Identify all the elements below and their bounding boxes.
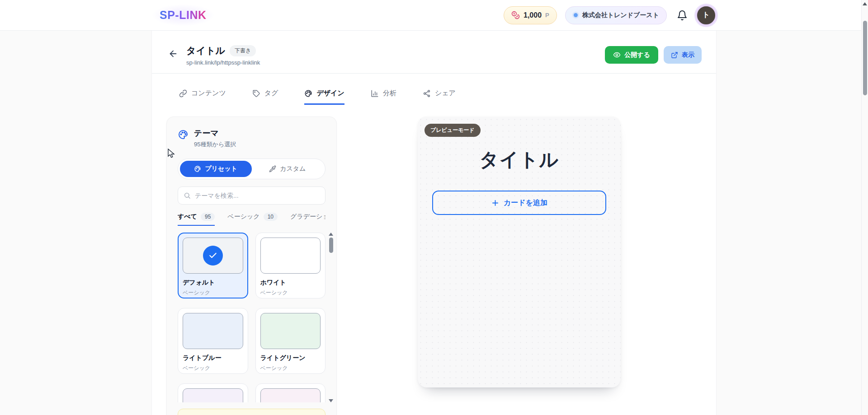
add-card-button[interactable]: カードを追加 <box>432 191 606 215</box>
points-value: 1,000 <box>524 11 542 19</box>
theme-category: ベーシック <box>183 364 243 372</box>
filter-tab-all[interactable]: すべて95 <box>178 213 215 226</box>
company-name: 株式会社トレンドブースト <box>582 11 659 19</box>
palette-icon <box>178 129 189 140</box>
filter-count: 10 <box>264 213 278 221</box>
content-column: タイトル 下書き sp-link.link/lp/httpssp-linklin… <box>151 31 717 415</box>
scrollbar-thumb[interactable] <box>329 238 333 253</box>
tab-share[interactable]: シェア <box>423 89 456 105</box>
tab-tags[interactable]: タグ <box>252 89 278 105</box>
theme-panel-title: テーマ <box>194 128 236 139</box>
filter-count: 95 <box>201 213 215 221</box>
scroll-down-arrow[interactable] <box>329 399 333 402</box>
theme-search-input[interactable] <box>195 192 320 199</box>
theme-card[interactable] <box>255 383 326 402</box>
palette-icon <box>304 89 312 98</box>
top-navbar: SP-LINK 1,000 P 株式会社トレンドブースト ト <box>0 0 868 31</box>
theme-name: ホワイト <box>260 279 321 287</box>
theme-panel: テーマ 95種類から選択 プリセットカスタム すべて95ベーシック10グラデーシ… <box>166 117 337 415</box>
preview-mode-badge: プレビューモード <box>425 124 481 137</box>
theme-grid-scrollbar[interactable] <box>328 233 334 402</box>
theme-filter-tabs: すべて95ベーシック10グラデーション <box>178 213 326 226</box>
toggle-custom[interactable]: カスタム <box>252 161 324 177</box>
theme-category: ベーシック <box>260 364 321 372</box>
theme-category: ベーシック <box>260 289 321 297</box>
notice-box <box>178 409 326 415</box>
page-url: sp-link.link/lp/httpssp-linklink <box>186 59 260 66</box>
page-title: タイトル <box>186 44 225 57</box>
app-logo[interactable]: SP-LINK <box>151 4 215 26</box>
theme-swatch <box>183 313 243 349</box>
theme-panel-subtitle: 95種類から選択 <box>194 140 236 149</box>
preset-custom-toggle: プリセットカスタム <box>178 159 326 179</box>
theme-card[interactable]: ホワイトベーシック <box>255 233 326 298</box>
theme-swatch <box>183 388 243 402</box>
theme-name: ライトグリーン <box>260 354 321 362</box>
share-icon <box>423 89 431 98</box>
points-unit: P <box>545 12 549 19</box>
tab-contents[interactable]: コンテンツ <box>179 89 226 105</box>
chart-icon <box>371 89 379 98</box>
theme-swatch <box>260 313 321 349</box>
link-icon <box>179 89 187 98</box>
tab-bar: コンテンツタグデザイン分析シェア <box>152 74 716 105</box>
filter-tab-basic[interactable]: ベーシック10 <box>227 213 278 226</box>
palette-icon <box>194 165 201 173</box>
eyedropper-icon <box>269 165 276 173</box>
page-header: タイトル 下書き sp-link.link/lp/httpssp-linklin… <box>152 31 716 74</box>
back-button[interactable] <box>166 47 180 61</box>
scroll-up-arrow[interactable] <box>329 233 333 236</box>
page-scrollbar-thumb[interactable] <box>863 21 867 95</box>
view-button[interactable]: 表示 <box>664 46 702 64</box>
page-scroll-up-arrow[interactable] <box>863 2 867 5</box>
theme-swatch <box>260 388 321 402</box>
company-badge[interactable]: 株式会社トレンドブースト <box>565 6 667 24</box>
theme-card[interactable] <box>178 383 248 402</box>
coins-icon <box>511 11 520 19</box>
theme-name: デフォルト <box>183 279 243 287</box>
theme-card[interactable]: ライトグリーンベーシック <box>255 308 326 374</box>
page-scrollbar[interactable] <box>861 0 868 415</box>
bell-icon <box>677 10 688 21</box>
back-arrow-icon <box>168 49 178 59</box>
theme-card[interactable]: デフォルトベーシック <box>178 233 248 298</box>
theme-swatch <box>183 238 243 274</box>
tab-design[interactable]: デザイン <box>304 89 344 105</box>
theme-card[interactable]: ライトブルーベーシック <box>178 308 248 374</box>
theme-name: ライトブルー <box>183 354 243 362</box>
external-link-icon <box>671 51 678 59</box>
selected-check-icon <box>203 246 223 266</box>
search-icon <box>184 192 191 199</box>
status-badge: 下書き <box>230 45 256 56</box>
notifications-button[interactable] <box>677 10 688 21</box>
filter-tab-gradation[interactable]: グラデーション <box>290 213 326 226</box>
theme-swatch <box>260 238 321 274</box>
theme-search[interactable] <box>178 187 326 205</box>
points-badge[interactable]: 1,000 P <box>504 6 557 24</box>
user-avatar[interactable]: ト <box>696 5 717 26</box>
company-status-dot <box>574 13 578 17</box>
plus-icon <box>491 199 500 207</box>
toggle-preset[interactable]: プリセット <box>180 161 252 177</box>
tab-analytics[interactable]: 分析 <box>371 89 396 105</box>
eye-icon <box>613 51 621 59</box>
theme-grid: デフォルトベーシックホワイトベーシックライトブルーベーシックライトグリーンベーシ… <box>178 233 326 402</box>
tag-icon <box>252 89 260 98</box>
theme-category: ベーシック <box>183 289 243 297</box>
preview-panel: プレビューモード タイトル カードを追加 <box>418 117 621 387</box>
publish-button[interactable]: 公開する <box>605 46 658 64</box>
